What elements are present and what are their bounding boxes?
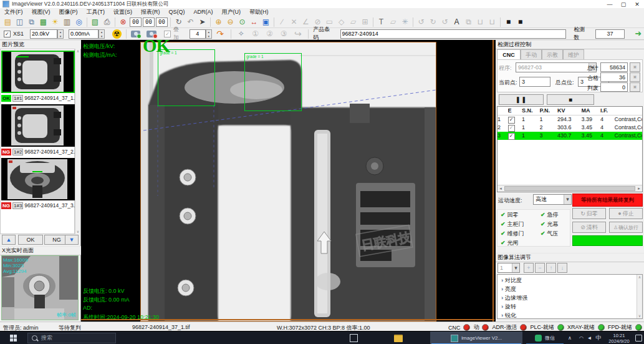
- preset1-icon[interactable]: ①: [249, 28, 261, 39]
- taskbar-imageviewer-button[interactable]: ImageViewer V2...: [430, 332, 522, 344]
- algo-item-sharpen[interactable]: ◑ 锐化: [497, 311, 642, 319]
- clear-material-button[interactable]: ⊘清料: [572, 222, 606, 233]
- taskbar-wechat-button[interactable]: 微信: [525, 332, 565, 344]
- menu-adr[interactable]: ADR(A): [190, 8, 218, 16]
- algo-list-scrollbar[interactable]: ∧ ∨: [637, 275, 642, 318]
- image-export-icon[interactable]: ▧: [89, 16, 101, 27]
- minimize-button[interactable]: —: [603, 1, 617, 7]
- close-button[interactable]: ✕: [630, 1, 644, 7]
- algo-move-down-button[interactable]: ↓: [557, 263, 567, 273]
- barcode-input[interactable]: [340, 29, 567, 39]
- black-square2-icon[interactable]: ■: [514, 16, 526, 27]
- tab-teach[interactable]: 示教: [542, 49, 563, 60]
- layout-panes-icon[interactable]: ▣: [260, 16, 272, 27]
- forward-icon[interactable]: ↪: [292, 28, 304, 39]
- roi-poly-icon[interactable]: ▱: [387, 16, 399, 27]
- algo-add-button[interactable]: +: [524, 263, 534, 273]
- wait-review-button[interactable]: 等待所有结果最终复判: [572, 194, 643, 207]
- menu-tools[interactable]: 工具(T): [82, 8, 110, 16]
- frames-stepper[interactable]: ▴▾: [206, 29, 212, 39]
- algo-preset-combo[interactable]: 1▾: [497, 263, 520, 273]
- save-icon[interactable]: ◫: [14, 16, 26, 27]
- redo-icon[interactable]: ↷: [214, 28, 226, 39]
- text-a-icon[interactable]: A: [451, 16, 463, 27]
- menu-user[interactable]: 用户(U): [218, 8, 246, 16]
- table-row[interactable]: 1 ✓ 1 1 294.3 3.39 4 Contrast,Contrast0,…: [497, 115, 642, 124]
- stop-button[interactable]: ■: [547, 94, 594, 105]
- clock[interactable]: 10:21 2024/9/20: [605, 332, 633, 344]
- radiation-icon[interactable]: ☢: [112, 29, 122, 39]
- preset3-icon[interactable]: ③: [278, 28, 290, 39]
- frames-field[interactable]: [190, 29, 206, 39]
- black-square-icon[interactable]: ■: [502, 16, 514, 27]
- algo-remove-button[interactable]: −: [535, 263, 545, 273]
- zoom-out-icon[interactable]: ⊖: [224, 16, 236, 27]
- thumbnail-2[interactable]: [1, 104, 75, 147]
- menu-file[interactable]: 文件(F): [0, 8, 27, 16]
- tab-maintenance[interactable]: 维护: [563, 49, 584, 60]
- enable-checkbox[interactable]: ✓: [508, 117, 515, 124]
- image-green-icon[interactable]: ▩: [37, 16, 49, 27]
- window-grid-icon[interactable]: ▥: [61, 16, 73, 27]
- home-button[interactable]: ↻归零: [572, 208, 606, 219]
- counter-box[interactable]: 00: [130, 17, 142, 27]
- image-viewer[interactable]: 日联科技 grade = 1 grade = 1 OK 检测电压/kV: 检测电…: [81, 40, 496, 322]
- rotate-3-icon[interactable]: ↺: [439, 16, 451, 27]
- thumbnail-scrollbar[interactable]: ∧ ∨: [75, 49, 80, 234]
- task-view-button[interactable]: [344, 332, 363, 344]
- menu-settings[interactable]: 设置(S): [109, 8, 137, 16]
- ime-indicator[interactable]: 中: [594, 332, 603, 344]
- open-folder-icon[interactable]: ▤: [2, 16, 14, 27]
- counter-box[interactable]: 00: [156, 17, 168, 27]
- menu-qs[interactable]: QS(Q): [165, 8, 190, 16]
- save-all-icon[interactable]: ⧉: [26, 16, 37, 27]
- fit-width-icon[interactable]: ↔: [248, 16, 260, 27]
- polygon-tool-icon[interactable]: ▱: [347, 16, 359, 27]
- print-icon[interactable]: ⎙: [101, 16, 113, 27]
- resize-tool-icon[interactable]: ⊞: [359, 16, 371, 27]
- network-tray-icon[interactable]: ◠: [577, 332, 585, 344]
- zoom-actual-icon[interactable]: ⊙: [236, 16, 248, 27]
- enable-checkbox[interactable]: ✓: [508, 125, 515, 132]
- algo-item-brightness[interactable]: ◑ 亮度: [497, 285, 642, 293]
- table-hscrollbar[interactable]: ◂ ▸: [497, 185, 642, 192]
- menu-view[interactable]: 视图(V): [27, 8, 55, 16]
- star-tool-icon[interactable]: ✳: [399, 16, 411, 27]
- target-icon[interactable]: ◎: [73, 16, 85, 27]
- maximize-button[interactable]: ▢: [617, 1, 630, 7]
- reset-fail-button[interactable]: ✖: [630, 82, 640, 92]
- preset2-icon[interactable]: ②: [264, 28, 276, 39]
- thumbnail-1[interactable]: [1, 51, 75, 93]
- text-tool-icon[interactable]: T: [375, 16, 387, 27]
- algo-move-up-button[interactable]: ↑: [546, 263, 556, 273]
- line-tool-icon[interactable]: ∕: [276, 16, 288, 27]
- tray-expand-button[interactable]: ∧: [565, 332, 575, 344]
- algo-list[interactable]: ◑ 对比度 ◑ 亮度 ◑ 边缘增强 ◑ 旋转 ◑ 锐化 ∧ ∨: [497, 274, 643, 319]
- kv-stepper[interactable]: ▴▾: [57, 29, 64, 39]
- next-image-button[interactable]: ▼: [65, 235, 79, 245]
- algo-item-edge-enhance[interactable]: ◑ 边缘增强: [497, 293, 642, 302]
- stop-record-icon[interactable]: ⊗: [117, 16, 129, 27]
- tab-manual[interactable]: 手动: [521, 49, 542, 60]
- ma-field[interactable]: [69, 29, 99, 39]
- confirm-release-button[interactable]: ♙确认放行: [609, 222, 643, 233]
- rotate-1-icon[interactable]: ↺: [415, 16, 427, 27]
- send-icon[interactable]: ➜: [632, 28, 644, 39]
- table-row[interactable]: 2 ✓ 1 2 303.6 3.45 4 Contrast,Contrast0,…: [497, 124, 642, 132]
- camera-start-icon[interactable]: [131, 31, 141, 37]
- start-button[interactable]: [0, 332, 26, 344]
- program-combo[interactable]: 96827-03▾: [516, 62, 597, 72]
- cross-tool-icon[interactable]: ✕: [288, 16, 300, 27]
- thumbnail-3[interactable]: [1, 158, 75, 200]
- angle-tool-icon[interactable]: ∠: [300, 16, 312, 27]
- undo-icon[interactable]: ↶: [185, 16, 196, 27]
- xs1-checkbox[interactable]: ✓: [4, 31, 11, 37]
- menu-help[interactable]: 帮助(H): [245, 8, 273, 16]
- taskbar-search[interactable]: 搜索: [27, 333, 116, 343]
- file-explorer-button[interactable]: [388, 332, 409, 344]
- tab-cnc[interactable]: CNC: [497, 49, 521, 60]
- volume-tray-icon[interactable]: ◄: [585, 332, 594, 344]
- release-ready-button[interactable]: [572, 235, 643, 246]
- sequence-table[interactable]: E S.N. P.N. KV MA I.F. 1 ✓ 1 1 294.3 3.3…: [497, 106, 643, 192]
- rotate-2-icon[interactable]: ↻: [427, 16, 439, 27]
